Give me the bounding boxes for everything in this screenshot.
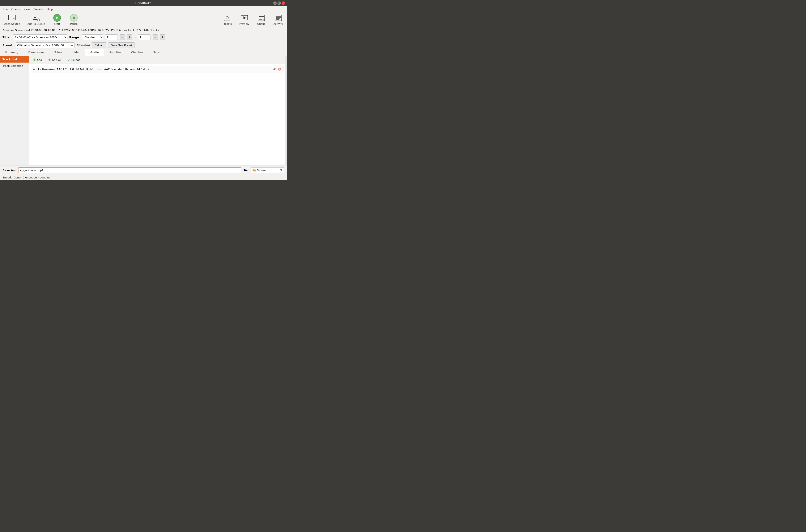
track-toolbar: ✚ Add ✚ Add All ✓ Reload [30,56,286,64]
preview-icon [241,14,248,22]
tab-chapters[interactable]: Chapters [126,49,149,56]
pause-label: Pause [70,22,77,25]
tabs-bar: Summary Dimensions Filters Video Audio S… [0,49,287,56]
add-track-label: Add [37,58,42,61]
add-track-icon: ✚ [33,58,36,62]
sidebar-item-track-list[interactable]: Track List [0,56,29,62]
menu-presets[interactable]: Presets [32,7,45,11]
track-delete-button[interactable] [278,67,282,71]
window-title: HandBrake [135,1,151,5]
preset-label: Preset: [2,44,14,47]
pause-button[interactable]: Pause [68,13,80,26]
save-new-preset-button[interactable]: Save New Preset [108,42,135,48]
presets-icon [223,14,231,22]
svg-point-17 [226,17,228,19]
activity-label: Activity [273,22,283,25]
tab-subtitles[interactable]: Subtitles [104,49,126,56]
start-button[interactable]: Start [51,13,63,26]
close-button[interactable] [282,1,285,5]
reload-tracks-icon: ✓ [68,58,71,62]
chapter-start-plus[interactable]: + [127,34,132,40]
sidebar-item-track-selection[interactable]: Track Selection [0,62,29,69]
open-source-icon [8,14,16,22]
range-dash: - [135,36,136,39]
add-all-tracks-button[interactable]: ✚ Add All [46,57,63,62]
chapter-end-input[interactable] [138,34,151,40]
to-folder-select[interactable]: Videos ▼ [251,167,284,173]
tab-audio[interactable]: Audio [85,49,104,56]
chapter-end-minus[interactable]: − [153,34,158,40]
svg-rect-15 [74,17,75,19]
svg-rect-14 [73,17,74,19]
status-text: Encode Done! 0 encode(s) pending [2,176,51,179]
titlebar: HandBrake ─ □ [0,0,287,6]
chapter-start-input[interactable] [105,34,118,40]
reload-tracks-button[interactable]: ✓ Reload [66,57,82,62]
add-track-button[interactable]: ✚ Add [32,57,43,62]
add-all-tracks-label: Add All [52,58,61,61]
table-row: ▶ 1 - Unknown (AAC LC) (1.0 ch) (44,1kHz… [31,66,284,72]
preset-arrow-icon: ▶ [71,44,73,47]
pause-icon [70,14,78,22]
menu-help[interactable]: Help [45,7,55,11]
to-folder-label: Videos [257,169,266,172]
tab-video[interactable]: Video [68,49,85,56]
activity-icon [274,14,282,22]
menu-queue[interactable]: Queue [9,7,22,11]
save-as-input[interactable] [18,167,241,173]
queue-button[interactable]: ! Queue [255,13,268,26]
window-controls: ─ □ [273,1,285,5]
maximize-button[interactable]: □ [277,1,281,5]
preview-label: Preview [239,22,249,25]
source-value: Screencast 2020-08-30 18:01:57, 1920x108… [15,28,159,32]
queue-icon: ! [257,14,265,22]
open-source-label: Open Source [4,22,20,25]
to-folder-arrow-icon: ▼ [280,169,282,172]
add-to-queue-button[interactable]: Add To Queue [26,13,46,26]
presets-button[interactable]: Presets [221,13,233,26]
track-expand-icon[interactable]: ▶ [33,68,35,71]
tab-tags[interactable]: Tags [149,49,165,56]
menu-file[interactable]: File [2,7,9,11]
save-as-label: Save As: [2,169,16,172]
sidebar: Track List Track Selection [0,56,30,165]
preset-select[interactable]: Official > General > Fast 1080p30 ▶ [16,42,75,48]
track-edit-button[interactable] [272,67,276,71]
title-select[interactable]: 1 - 00h01m01s - Screencast 2020-... [13,34,67,40]
svg-rect-32 [275,15,282,21]
start-icon [53,14,61,22]
chapter-start-minus[interactable]: − [120,34,125,40]
scrollbar-area[interactable] [286,56,287,165]
source-label: Source: [2,28,14,32]
svg-marker-25 [244,16,246,19]
add-to-queue-icon [33,14,40,22]
track-arrow-icon: --> [97,68,101,71]
track-source: 1 - Unknown (AAC LC) (1.0 ch) (44,1kHz) [38,68,93,71]
preset-value: Official > General > Fast 1080p30 [17,44,64,47]
title-label: Title: [2,36,11,39]
main-content: Track List Track Selection ✚ Add ✚ Add A… [0,56,287,165]
svg-marker-13 [56,17,58,19]
chapter-end-plus[interactable]: + [160,34,165,40]
open-source-button[interactable]: Open Source [2,13,22,26]
toolbar: Open Source Add To Queue Start [0,12,287,27]
start-label: Start [54,22,60,25]
reload-button[interactable]: Reload [92,42,106,48]
range-label: Range: [69,36,80,39]
track-list: ▶ 1 - Unknown (AAC LC) (1.0 ch) (44,1kHz… [30,64,286,165]
preset-row: Preset: Official > General > Fast 1080p3… [0,41,287,49]
menu-view[interactable]: View [22,7,32,11]
tab-dimensions[interactable]: Dimensions [23,49,49,56]
preview-button[interactable]: Preview [237,13,251,26]
minimize-button[interactable]: ─ [273,1,277,5]
svg-text:!: ! [263,19,264,21]
track-dest: AAC (avcodec) (Mono) (44,1kHz) [104,68,149,71]
add-to-queue-label: Add To Queue [27,22,45,25]
modified-label: Modified [77,44,90,47]
tab-summary[interactable]: Summary [0,49,23,56]
source-bar: Source: Screencast 2020-08-30 18:01:57, … [0,27,287,33]
chapters-select[interactable]: Chapters: [82,34,103,40]
activity-button[interactable]: Activity [272,13,285,26]
folder-icon [252,169,256,172]
tab-filters[interactable]: Filters [49,49,68,56]
